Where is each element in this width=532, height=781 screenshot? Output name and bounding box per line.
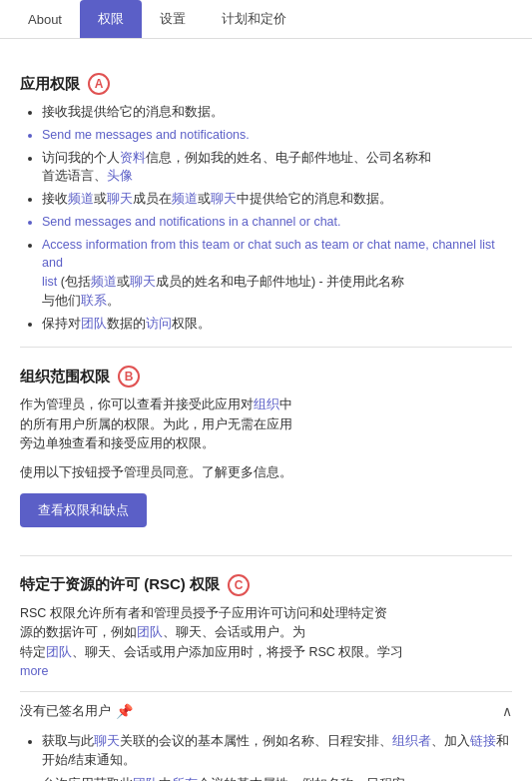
badge-a: A [88,73,110,95]
org-desc-2: 使用以下按钮授予管理员同意。了解更多信息。 [20,463,512,482]
divider-2 [20,555,512,556]
badge-b: B [118,366,140,388]
rsc-learn-more-link[interactable]: more [20,664,48,678]
tab-pricing[interactable]: 计划和定价 [204,0,304,38]
tab-settings[interactable]: 设置 [142,0,204,38]
pin-icon-1: 📌 [116,703,133,719]
chevron-up-1: ∧ [502,703,512,719]
perm-item-4: 接收频道或聊天成员在频道或聊天中提供给它的消息和数据。 [42,190,512,209]
perm-item-6: Access information from this team or cha… [42,236,512,311]
org-permissions-header: 组织范围权限 B [20,366,512,388]
rsc-permissions-title: 特定于资源的许可 (RSC) 权限 [20,575,220,594]
org-permissions-section: 作为管理员，你可以查看并接受此应用对组织中的所有用户所属的权限。为此，用户无需在… [20,395,512,541]
tabs-container: About 权限 设置 计划和定价 [0,0,532,39]
badge-c: C [228,574,250,596]
collapsible-no-user-text: 没有已签名用户 [20,702,111,720]
no-user-perm-2: 允许应用获取此团队中所有会议的基本属性，例如名称、日程安排、组织者、加入链接和开… [42,775,512,781]
org-desc-1: 作为管理员，你可以查看并接受此应用对组织中的所有用户所属的权限。为此，用户无需在… [20,395,512,453]
collapsible-no-user-label: 没有已签名用户 📌 [20,702,133,720]
no-user-permissions-list: 获取与此聊天关联的会议的基本属性，例如名称、日程安排、组织者、加入链接和开始/结… [20,732,512,781]
main-content: 应用权限 A 接收我提供给它的消息和数据。 Send me messages a… [0,39,532,781]
rsc-permissions-header: 特定于资源的许可 (RSC) 权限 C [20,574,512,596]
no-user-perm-1: 获取与此聊天关联的会议的基本属性，例如名称、日程安排、组织者、加入链接和开始/结… [42,732,512,770]
tab-permissions[interactable]: 权限 [80,0,142,38]
tab-about[interactable]: About [10,0,80,38]
perm-item-2: Send me messages and notifications. [42,126,512,145]
app-permissions-list: 接收我提供给它的消息和数据。 Send me messages and noti… [20,103,512,333]
app-permissions-title: 应用权限 [20,75,80,94]
perm-item-7: 保持对团队数据的访问权限。 [42,315,512,334]
divider-1 [20,347,512,348]
collapsible-no-user[interactable]: 没有已签名用户 📌 ∧ [20,691,512,726]
rsc-description: RSC 权限允许所有者和管理员授予子应用许可访问和处理特定资源的数据许可，例如团… [20,604,512,682]
perm-item-5: Send messages and notifications in a cha… [42,213,512,232]
org-permissions-title: 组织范围权限 [20,368,110,387]
view-permissions-button[interactable]: 查看权限和缺点 [20,493,147,527]
collapsible-no-user-content: 获取与此聊天关联的会议的基本属性，例如名称、日程安排、组织者、加入链接和开始/结… [20,726,512,781]
perm-item-3: 访问我的个人资料信息，例如我的姓名、电子邮件地址、公司名称和首选语言、头像 [42,149,512,187]
perm-item-1: 接收我提供给它的消息和数据。 [42,103,512,122]
app-permissions-header: 应用权限 A [20,73,512,95]
